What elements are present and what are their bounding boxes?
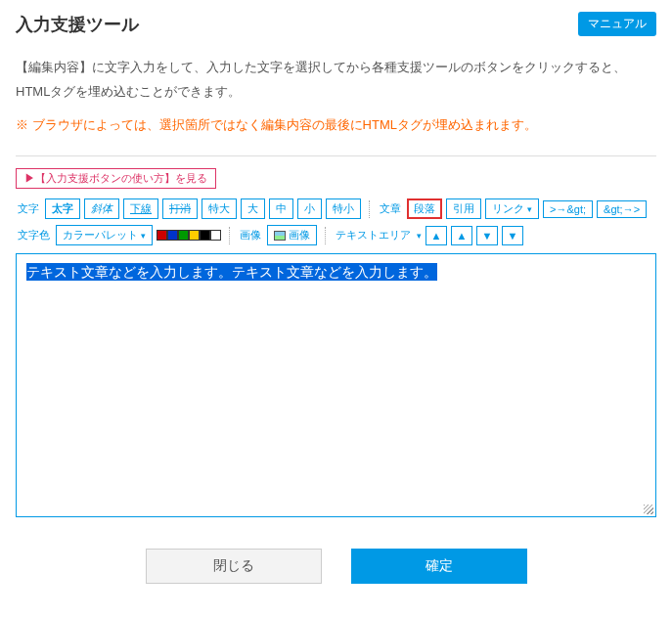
toolbar-row-2: 文字色 カラーパレット ▾ 画像 画像 テキストエリア▾ ▲ ▲ ▼ ▼	[16, 225, 656, 245]
group-label-color: 文字色	[16, 228, 52, 242]
confirm-button[interactable]: 確定	[351, 549, 527, 584]
page-title: 入力支援ツール	[16, 13, 139, 36]
italic-button[interactable]: 斜体	[84, 198, 119, 219]
toolbar-row-1: 文字 太字 斜体 下線 打消 特大 大 中 小 特小 文章 段落 引用 リンク …	[16, 198, 656, 219]
warning-text: ※ ブラウザによっては、選択箇所ではなく編集内容の最後にHTMLタグが埋め込まれ…	[16, 115, 656, 136]
group-label-textarea: テキストエリア	[334, 228, 413, 242]
play-icon: ▶【入力支援ボタンの使い方】	[24, 172, 175, 184]
quote-button[interactable]: 引用	[446, 198, 481, 219]
image-button[interactable]: 画像	[267, 225, 317, 245]
large-button[interactable]: 大	[241, 198, 265, 219]
color-swatch[interactable]	[178, 230, 189, 241]
editor-textarea[interactable]: テキスト文章などを入力します。テキスト文章などを入力します。	[16, 253, 656, 517]
paragraph-button[interactable]: 段落	[407, 198, 442, 219]
chevron-down-icon: ▾	[141, 231, 146, 241]
manual-button[interactable]: マニュアル	[578, 12, 656, 36]
separator	[229, 227, 230, 244]
chevron-down-icon: ▾	[527, 204, 532, 214]
expand-up-double-button[interactable]: ▲	[426, 226, 447, 245]
expand-up-button[interactable]: ▲	[451, 226, 472, 245]
divider	[16, 155, 656, 156]
chevron-down-icon: ▾	[417, 231, 422, 241]
xsmall-button[interactable]: 特小	[326, 198, 361, 219]
group-label-image: 画像	[238, 228, 263, 242]
usage-link[interactable]: ▶【入力支援ボタンの使い方】を見る	[16, 168, 216, 189]
color-swatch[interactable]	[200, 230, 210, 241]
editor-selected-text[interactable]: テキスト文章などを入力します。テキスト文章などを入力します。	[26, 263, 437, 281]
gt-decode-button[interactable]: &gt;→>	[597, 200, 647, 218]
footer: 閉じる 確定	[16, 537, 656, 595]
group-label-text: 文字	[16, 201, 41, 216]
separator	[325, 227, 326, 244]
color-swatches	[157, 230, 221, 241]
close-button[interactable]: 閉じる	[146, 549, 322, 584]
xlarge-button[interactable]: 特大	[202, 198, 237, 219]
resize-handle[interactable]	[644, 505, 653, 514]
shrink-down-button[interactable]: ▼	[476, 226, 498, 245]
strike-button[interactable]: 打消	[162, 198, 198, 219]
small-button[interactable]: 小	[297, 198, 322, 219]
image-icon	[274, 231, 286, 241]
gt-encode-button[interactable]: >→&gt;	[543, 200, 593, 218]
separator	[369, 200, 370, 218]
color-swatch[interactable]	[167, 230, 178, 241]
color-swatch[interactable]	[210, 230, 221, 241]
medium-button[interactable]: 中	[269, 198, 293, 219]
color-swatch[interactable]	[157, 230, 167, 241]
group-label-sentence: 文章	[378, 201, 403, 216]
bold-button[interactable]: 太字	[45, 198, 80, 219]
link-button[interactable]: リンク ▾	[485, 198, 539, 219]
description-text: 【編集内容】に文字入力をして、入力した文字を選択してから各種支援ツールのボタンを…	[16, 56, 656, 104]
color-swatch[interactable]	[189, 230, 200, 241]
underline-button[interactable]: 下線	[123, 198, 158, 219]
color-palette-button[interactable]: カラーパレット ▾	[56, 225, 153, 245]
shrink-down-double-button[interactable]: ▼	[502, 226, 523, 245]
